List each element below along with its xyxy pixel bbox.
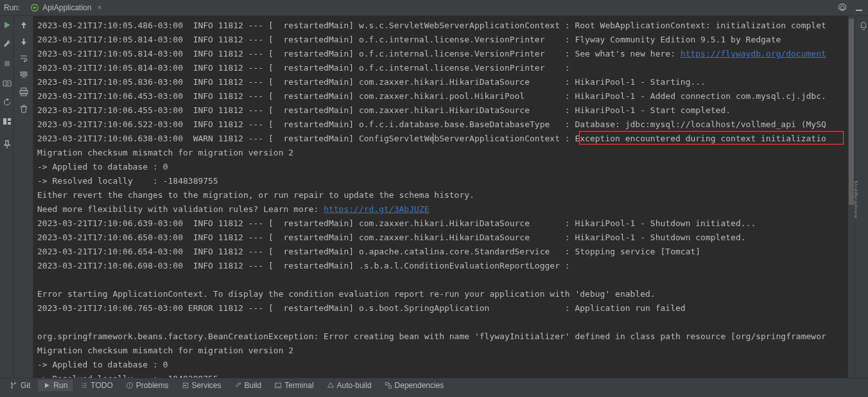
console-line: 2023-03-21T17:10:06.765-03:00 ERROR 1181… xyxy=(37,301,855,315)
console-line: 2023-03-21T17:10:06.638-03:00 WARN 11812… xyxy=(37,132,855,146)
svg-rect-1 xyxy=(856,10,862,11)
notifications-tab[interactable]: Notifications xyxy=(855,16,868,378)
svg-rect-15 xyxy=(388,385,391,388)
console-line: 2023-03-21T17:10:05.814-03:00 INFO 11812… xyxy=(37,33,855,47)
left-tool-strip xyxy=(0,16,14,378)
build-tab[interactable]: Build xyxy=(229,380,267,391)
services-label: Services xyxy=(192,381,221,390)
autobuild-icon xyxy=(327,382,334,389)
spring-icon xyxy=(30,3,39,12)
console-line: 2023-03-21T17:10:05.486-03:00 INFO 11812… xyxy=(37,19,855,33)
arrow-down-icon[interactable] xyxy=(19,37,29,47)
wrench-icon[interactable] xyxy=(2,39,12,49)
console-line: 2023-03-21T17:10:06.650-03:00 INFO 11812… xyxy=(37,231,855,245)
dependencies-label: Dependencies xyxy=(395,381,444,390)
problems-tab[interactable]: Problems xyxy=(121,380,174,391)
console-line: Migration checksum mismatch for migratio… xyxy=(37,146,855,160)
console-line: 2023-03-21T17:10:06.639-03:00 INFO 11812… xyxy=(37,216,855,231)
console-line xyxy=(37,315,855,330)
restart-icon[interactable] xyxy=(2,97,12,107)
scrollbar-thumb[interactable] xyxy=(849,19,854,205)
svg-rect-3 xyxy=(3,81,11,86)
console-line xyxy=(37,273,855,287)
console-line: Error starting ApplicationContext. To di… xyxy=(37,287,855,301)
soft-wrap-icon[interactable] xyxy=(19,53,29,64)
services-icon xyxy=(182,382,189,389)
bell-icon xyxy=(859,21,868,30)
console-line: Migration checksum mismatch for migratio… xyxy=(37,344,855,358)
problems-label: Problems xyxy=(136,381,169,390)
vertical-scrollbar[interactable] xyxy=(848,16,855,378)
run-tab-label: Run xyxy=(53,381,67,390)
dependencies-icon xyxy=(385,382,392,389)
console-line: 2023-03-21T17:10:05.814-03:00 INFO 11812… xyxy=(37,47,855,61)
scroll-to-end-icon[interactable] xyxy=(19,70,29,80)
console-line: 2023-03-21T17:10:06.654-03:00 INFO 11812… xyxy=(37,245,855,259)
console-line: -> Applied to database : 0 xyxy=(37,358,855,372)
warning-icon xyxy=(126,382,134,389)
console-line: 2023-03-21T17:10:05.814-03:00 INFO 11812… xyxy=(37,61,855,75)
svg-rect-2 xyxy=(4,61,10,66)
autobuild-label: Auto-build xyxy=(337,381,372,390)
build-label: Build xyxy=(245,381,262,390)
layout-icon[interactable] xyxy=(2,116,12,127)
minimize-icon[interactable] xyxy=(854,3,864,13)
console-line: -> Applied to database : 0 xyxy=(37,160,855,174)
pin-icon[interactable] xyxy=(2,139,12,150)
todo-tab[interactable]: TODO xyxy=(75,380,117,391)
console-tool-strip xyxy=(14,16,33,378)
run-label: Run: xyxy=(4,3,20,12)
camera-icon[interactable] xyxy=(2,78,12,88)
svg-point-4 xyxy=(6,82,8,85)
console-link[interactable]: https://flywaydb.org/document xyxy=(681,49,826,58)
trash-icon[interactable] xyxy=(19,103,29,114)
run-tab-apiapplication[interactable]: ApiApplication × xyxy=(26,2,105,13)
console-line: 2023-03-21T17:10:05.836-03:00 INFO 11812… xyxy=(37,75,855,89)
console-line: org.springframework.beans.factory.BeanCr… xyxy=(37,330,855,344)
git-tab[interactable]: Git xyxy=(4,380,35,391)
console-line: -> Resolved locally : -1848389755 xyxy=(37,372,855,378)
dependencies-tab[interactable]: Dependencies xyxy=(379,380,449,391)
run-icon[interactable] xyxy=(2,20,12,30)
close-tab-icon[interactable]: × xyxy=(97,3,101,12)
console-output[interactable]: 2023-03-21T17:10:05.486-03:00 INFO 11812… xyxy=(33,16,855,378)
console-line: Need more flexibility with validation ru… xyxy=(37,202,855,216)
tool-window-bar: Git Run TODO Problems Services Build Ter… xyxy=(0,378,868,392)
run-tab[interactable]: Run xyxy=(38,380,73,391)
terminal-tab[interactable]: Terminal xyxy=(269,380,318,391)
todo-label: TODO xyxy=(91,381,112,390)
console-line: 2023-03-21T17:10:06.453-03:00 INFO 11812… xyxy=(37,89,855,103)
ide-status-bar xyxy=(0,392,868,397)
console-line: Either revert the changes to the migrati… xyxy=(37,188,855,202)
list-icon xyxy=(80,382,88,389)
text-cursor xyxy=(433,133,433,144)
console-link[interactable]: https://rd.gt/3AbJUZE xyxy=(324,204,429,214)
hammer-icon xyxy=(234,382,242,389)
print-icon[interactable] xyxy=(19,87,29,97)
tab-title: ApiApplication xyxy=(42,3,91,12)
git-branch-icon xyxy=(9,381,18,390)
services-tab[interactable]: Services xyxy=(177,380,227,391)
run-panel-header: Run: ApiApplication × xyxy=(0,0,868,16)
git-label: Git xyxy=(21,381,30,390)
settings-icon[interactable] xyxy=(837,3,847,13)
arrow-up-icon[interactable] xyxy=(19,20,29,30)
console-line: 2023-03-21T17:10:06.522-03:00 INFO 11812… xyxy=(37,118,855,132)
console-line: 2023-03-21T17:10:06.455-03:00 INFO 11812… xyxy=(37,103,855,118)
console-line: -> Resolved locally : -1848389755 xyxy=(37,174,855,188)
svg-rect-6 xyxy=(8,118,11,121)
svg-rect-7 xyxy=(8,122,11,125)
terminal-icon xyxy=(274,382,282,389)
stop-icon[interactable] xyxy=(2,58,12,69)
svg-rect-14 xyxy=(385,382,388,385)
svg-rect-8 xyxy=(21,88,26,91)
terminal-label: Terminal xyxy=(284,381,313,390)
play-icon xyxy=(43,382,51,389)
svg-rect-5 xyxy=(3,118,6,125)
console-line: 2023-03-21T17:10:06.698-03:00 INFO 11812… xyxy=(37,259,855,273)
autobuild-tab[interactable]: Auto-build xyxy=(322,380,377,391)
